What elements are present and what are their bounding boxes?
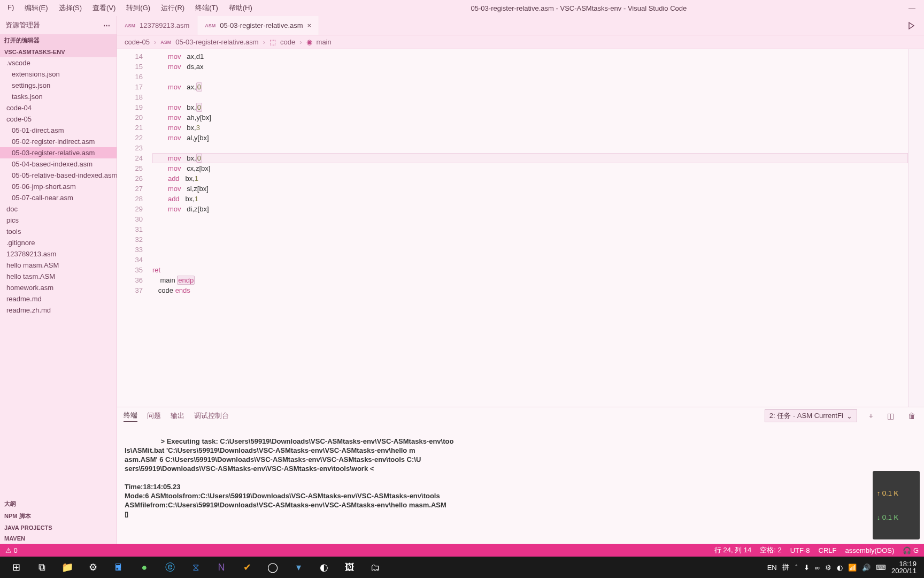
outline-section[interactable]: 大纲: [0, 498, 117, 510]
code-line[interactable]: [152, 255, 908, 265]
code-line[interactable]: [152, 143, 908, 153]
code-line[interactable]: main endp: [152, 275, 908, 285]
file-item[interactable]: 05-05-relative-based-indexed.asm: [0, 170, 117, 181]
taskbar-app[interactable]: 📁: [55, 557, 80, 578]
code-line[interactable]: [152, 234, 908, 245]
breadcrumb-item[interactable]: code: [280, 38, 295, 46]
code-line[interactable]: add bx,1: [152, 194, 908, 204]
taskbar-app[interactable]: ▾: [286, 557, 311, 578]
menu-selection[interactable]: 选择(S): [53, 1, 87, 15]
new-terminal-button[interactable]: +: [867, 412, 875, 420]
panel-tab-debug[interactable]: 调试控制台: [194, 411, 229, 421]
code-line[interactable]: [152, 214, 908, 224]
file-item[interactable]: hello masm.ASM: [0, 260, 117, 271]
workspace-section[interactable]: VSC-ASMTASKS-ENV: [0, 47, 117, 57]
panel-tab-problems[interactable]: 问题: [147, 411, 161, 421]
code-line[interactable]: mov bx,3: [152, 123, 908, 133]
tray-wifi-icon[interactable]: 📶: [848, 564, 857, 572]
close-icon[interactable]: ×: [307, 21, 312, 29]
task-view-button[interactable]: ⧉: [29, 557, 55, 578]
file-item[interactable]: 05-04-based-indexed.asm: [0, 158, 117, 170]
tray-icon[interactable]: ⬇: [804, 564, 810, 572]
file-item[interactable]: 05-02-register-indirect.asm: [0, 136, 117, 147]
file-item[interactable]: 123789213.asm: [0, 248, 117, 260]
menu-help[interactable]: 帮助(H): [224, 1, 258, 15]
taskbar-app[interactable]: ◐: [311, 557, 337, 578]
code-line[interactable]: mov ds,ax: [152, 62, 908, 72]
file-item[interactable]: homework.asm: [0, 282, 117, 293]
split-terminal-button[interactable]: ◫: [885, 412, 896, 420]
minimize-button[interactable]: —: [900, 2, 924, 14]
file-item[interactable]: 05-01-direct.asm: [0, 125, 117, 136]
file-item[interactable]: 05-06-jmp-short.asm: [0, 181, 117, 192]
panel-tab-terminal[interactable]: 终端: [124, 410, 137, 422]
tray-icon[interactable]: ⚙: [825, 564, 831, 572]
code-line[interactable]: code ends: [152, 285, 908, 295]
file-item[interactable]: code-05: [0, 113, 117, 125]
code-line[interactable]: add bx,1: [152, 173, 908, 184]
tray-icon[interactable]: ∞: [815, 564, 820, 572]
file-item[interactable]: readme.md: [0, 293, 117, 305]
file-item[interactable]: doc: [0, 203, 117, 215]
file-item[interactable]: .gitignore: [0, 237, 117, 248]
code-line[interactable]: [152, 224, 908, 234]
file-item[interactable]: readme.zh.md: [0, 305, 117, 316]
panel-tab-output[interactable]: 输出: [171, 411, 184, 421]
code-line[interactable]: [152, 72, 908, 82]
breadcrumb[interactable]: code-05 › ASM 05-03-register-relative.as…: [117, 35, 924, 49]
status-eol[interactable]: CRLF: [819, 546, 837, 554]
menu-terminal[interactable]: 终端(T): [190, 1, 224, 15]
status-language[interactable]: assembly(DOS): [845, 546, 895, 554]
code-line[interactable]: mov cx,z[bx]: [152, 163, 908, 173]
code-editor[interactable]: 1415161718192021222324252627282930313233…: [117, 49, 924, 407]
file-item[interactable]: code-04: [0, 102, 117, 113]
taskbar-app[interactable]: ⚙: [80, 557, 106, 578]
tray-keyboard-icon[interactable]: ⌨: [876, 564, 886, 572]
maven-section[interactable]: MAVEN: [0, 533, 117, 544]
file-item[interactable]: hello tasm.ASM: [0, 271, 117, 282]
taskbar-app[interactable]: ⓔ: [157, 557, 183, 578]
code-line[interactable]: mov al,y[bx]: [152, 133, 908, 143]
terminal-output[interactable]: > Executing task: C:\Users\59919\Downloa…: [117, 424, 924, 544]
breadcrumb-item[interactable]: code-05: [125, 38, 150, 46]
code-line[interactable]: mov si,z[bx]: [152, 184, 908, 194]
breadcrumb-item[interactable]: main: [317, 38, 332, 46]
run-button[interactable]: [898, 16, 924, 35]
start-button[interactable]: ⊞: [3, 557, 29, 578]
npm-scripts-section[interactable]: NPM 脚本: [0, 510, 117, 522]
file-item[interactable]: pics: [0, 215, 117, 226]
status-indent[interactable]: 空格: 2: [760, 545, 781, 555]
code-line[interactable]: mov bx,0: [152, 102, 908, 112]
code-line[interactable]: mov bx,0: [152, 153, 908, 163]
tray-icon[interactable]: ◐: [837, 564, 843, 572]
taskbar-app[interactable]: N: [209, 557, 234, 578]
taskbar-app[interactable]: ✔: [234, 557, 260, 578]
status-misc[interactable]: 🎧 G: [903, 546, 919, 554]
file-item[interactable]: 05-03-register-relative.asm: [0, 147, 117, 158]
file-item[interactable]: tasks.json: [0, 91, 117, 102]
taskbar-app[interactable]: 🖼: [337, 557, 363, 578]
file-item[interactable]: tools: [0, 226, 117, 237]
tray-chevron-icon[interactable]: ˄: [795, 564, 798, 572]
tray-volume-icon[interactable]: 🔊: [862, 564, 871, 572]
taskbar-app[interactable]: 🖩: [106, 557, 132, 578]
file-item[interactable]: extensions.json: [0, 69, 117, 80]
tray-ime[interactable]: EN: [767, 564, 777, 572]
taskbar-app[interactable]: ◯: [260, 557, 286, 578]
code-line[interactable]: [152, 245, 908, 255]
code-content[interactable]: mov ax,d1 mov ds,ax mov ax,0 mov bx,0 mo…: [152, 49, 908, 407]
menu-view[interactable]: 查看(V): [87, 1, 121, 15]
code-line[interactable]: mov ax,0: [152, 82, 908, 92]
breadcrumb-item[interactable]: 05-03-register-relative.asm: [175, 38, 258, 46]
code-line[interactable]: [152, 92, 908, 102]
code-line[interactable]: mov ax,d1: [152, 51, 908, 62]
code-line[interactable]: mov di,z[bx]: [152, 204, 908, 214]
status-encoding[interactable]: UTF-8: [790, 546, 810, 554]
kill-terminal-button[interactable]: 🗑: [906, 412, 918, 420]
menu-edit[interactable]: 编辑(E): [19, 1, 53, 15]
code-line[interactable]: mov ah,y[bx]: [152, 112, 908, 123]
taskbar-app[interactable]: 🗂: [363, 557, 388, 578]
menu-run[interactable]: 运行(R): [156, 1, 190, 15]
taskbar-app[interactable]: ●: [132, 557, 157, 578]
open-editors-section[interactable]: 打开的编辑器: [0, 34, 117, 47]
